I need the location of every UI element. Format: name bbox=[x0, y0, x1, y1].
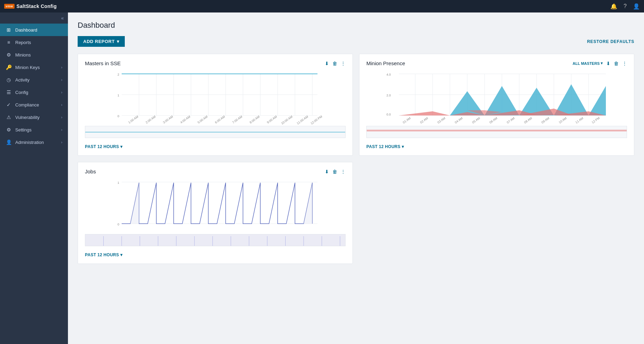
sidebar-label-vulnerability: Vulnerability bbox=[15, 115, 58, 120]
topbar-icons: 🔔 ? 👤 bbox=[610, 3, 640, 10]
chevron-right-icon: › bbox=[61, 65, 62, 69]
sidebar-label-minion-keys: Minion Keys bbox=[15, 65, 58, 70]
delete-icon-2[interactable]: 🗑 bbox=[614, 61, 619, 66]
masters-card-title: Masters in SSE bbox=[85, 60, 321, 66]
svg-text:03 AM: 03 AM bbox=[437, 117, 446, 124]
svg-text:01 AM: 01 AM bbox=[402, 117, 411, 124]
delete-icon-3[interactable]: 🗑 bbox=[332, 169, 337, 174]
sidebar-label-settings: Settings bbox=[15, 127, 58, 132]
jobs-time-filter[interactable]: PAST 12 HOURS ▾ bbox=[85, 252, 346, 257]
minion-presence-mini-chart bbox=[366, 126, 627, 138]
svg-text:2.0: 2.0 bbox=[386, 94, 391, 97]
svg-text:3:00 AM: 3:00 AM bbox=[162, 115, 174, 124]
sidebar-item-vulnerability[interactable]: ⚠ Vulnerability › bbox=[0, 111, 68, 123]
minion-filter-chevron-icon: ▾ bbox=[402, 144, 404, 149]
dashboard-icon: ⊞ bbox=[6, 27, 12, 33]
sidebar-item-reports[interactable]: ≡ Reports bbox=[0, 36, 68, 49]
jobs-card-title: Jobs bbox=[85, 169, 321, 174]
compliance-icon: ✓ bbox=[6, 102, 12, 108]
masters-mini-chart bbox=[85, 126, 346, 138]
svg-text:2:00 AM: 2:00 AM bbox=[145, 115, 156, 124]
user-icon[interactable]: 👤 bbox=[633, 3, 640, 10]
sidebar-label-compliance: Compliance bbox=[15, 102, 58, 108]
more-icon-2[interactable]: ⋮ bbox=[622, 61, 627, 66]
svg-text:8:00 AM: 8:00 AM bbox=[249, 115, 260, 124]
svg-text:0: 0 bbox=[118, 114, 119, 118]
jobs-filter-chevron-icon: ▾ bbox=[120, 252, 122, 257]
page-title: Dashboard bbox=[78, 21, 634, 30]
masters-time-filter[interactable]: PAST 12 HOURS ▾ bbox=[85, 144, 346, 149]
masters-card: Masters in SSE ⬇ 🗑 ⋮ 2 1 0 bbox=[78, 54, 353, 156]
svg-text:07 AM: 07 AM bbox=[506, 117, 515, 124]
jobs-chart: 1 0 bbox=[85, 179, 346, 231]
minion-time-filter[interactable]: PAST 12 HOURS ▾ bbox=[366, 144, 627, 149]
jobs-card-header: Jobs ⬇ 🗑 ⋮ bbox=[85, 169, 346, 174]
sidebar-item-config[interactable]: ☰ Config › bbox=[0, 86, 68, 98]
masters-card-actions: ⬇ 🗑 ⋮ bbox=[325, 61, 346, 66]
masters-card-header: Masters in SSE ⬇ 🗑 ⋮ bbox=[85, 60, 346, 66]
sidebar-item-settings[interactable]: ⚙ Settings › bbox=[0, 123, 68, 136]
chevron-right-icon-2: › bbox=[61, 78, 62, 82]
jobs-card-actions: ⬇ 🗑 ⋮ bbox=[325, 169, 346, 174]
sidebar-item-compliance[interactable]: ✓ Compliance › bbox=[0, 98, 68, 111]
svg-text:02 AM: 02 AM bbox=[419, 117, 429, 124]
help-icon[interactable]: ? bbox=[624, 3, 627, 9]
jobs-mini-chart bbox=[85, 234, 346, 246]
svg-text:9:00 AM: 9:00 AM bbox=[266, 115, 278, 124]
topbar: vmw SaltStack Config 🔔 ? 👤 bbox=[0, 0, 644, 12]
delete-icon[interactable]: 🗑 bbox=[332, 61, 337, 66]
sidebar-item-administration[interactable]: 👤 Administration › bbox=[0, 136, 68, 148]
svg-text:12:00 PM: 12:00 PM bbox=[310, 115, 323, 125]
add-report-label: ADD REPORT bbox=[83, 39, 115, 44]
sidebar-item-dashboard[interactable]: ⊞ Dashboard bbox=[0, 24, 68, 36]
svg-text:4.0: 4.0 bbox=[386, 73, 391, 76]
svg-text:05 AM: 05 AM bbox=[471, 117, 481, 124]
filter-chevron-icon: ▾ bbox=[601, 61, 603, 66]
sidebar-label-activity: Activity bbox=[15, 77, 58, 83]
sidebar-item-minions[interactable]: ⚙ Minions bbox=[0, 49, 68, 61]
vulnerability-icon: ⚠ bbox=[6, 114, 12, 120]
svg-marker-96 bbox=[156, 183, 174, 224]
sidebar-item-activity[interactable]: ◷ Activity › bbox=[0, 74, 68, 86]
svg-text:1: 1 bbox=[118, 94, 119, 97]
svg-text:1: 1 bbox=[118, 181, 119, 184]
toolbar: ADD REPORT ▾ RESTORE DEFAULTS bbox=[78, 36, 634, 47]
minion-presence-card-actions: ⬇ 🗑 ⋮ bbox=[606, 61, 627, 66]
restore-defaults-button[interactable]: RESTORE DEFAULTS bbox=[587, 39, 634, 44]
svg-text:5:00 AM: 5:00 AM bbox=[197, 115, 208, 124]
svg-text:0: 0 bbox=[118, 223, 119, 226]
settings-icon: ⚙ bbox=[6, 127, 12, 132]
minion-presence-card: Minion Presence ALL MASTERS ▾ ⬇ 🗑 ⋮ 4.0 bbox=[359, 54, 634, 156]
add-report-button[interactable]: ADD REPORT ▾ bbox=[78, 36, 125, 47]
time-filter-chevron: ▾ bbox=[120, 144, 122, 149]
svg-text:4:00 AM: 4:00 AM bbox=[180, 115, 191, 124]
vmw-logo: vmw bbox=[4, 4, 15, 9]
main-layout: « ⊞ Dashboard ≡ Reports ⚙ Minions 🔑 Mini… bbox=[0, 12, 644, 344]
reports-icon: ≡ bbox=[6, 40, 12, 45]
minions-icon: ⚙ bbox=[6, 52, 12, 58]
more-icon-3[interactable]: ⋮ bbox=[341, 169, 346, 174]
more-icon[interactable]: ⋮ bbox=[341, 61, 346, 66]
svg-text:11 AM: 11 AM bbox=[575, 117, 584, 124]
minion-presence-chart: 4.0 2.0 0.0 bbox=[366, 70, 627, 122]
dashboard-grid: Masters in SSE ⬇ 🗑 ⋮ 2 1 0 bbox=[78, 54, 634, 264]
sidebar-collapse-button[interactable]: « bbox=[0, 12, 68, 24]
svg-text:10 AM: 10 AM bbox=[558, 117, 567, 124]
svg-text:09 AM: 09 AM bbox=[541, 117, 550, 124]
minion-keys-icon: 🔑 bbox=[6, 64, 12, 70]
download-icon-3[interactable]: ⬇ bbox=[325, 169, 329, 174]
svg-marker-53 bbox=[399, 111, 450, 115]
notifications-icon[interactable]: 🔔 bbox=[610, 3, 617, 10]
svg-rect-98 bbox=[85, 234, 345, 246]
jobs-card: Jobs ⬇ 🗑 ⋮ 1 0 bbox=[78, 162, 353, 264]
all-masters-filter[interactable]: ALL MASTERS ▾ bbox=[573, 61, 603, 66]
sidebar-item-minion-keys[interactable]: 🔑 Minion Keys › bbox=[0, 61, 68, 74]
dropdown-arrow-icon: ▾ bbox=[117, 39, 120, 44]
svg-text:12 PM: 12 PM bbox=[591, 116, 600, 124]
svg-text:10:00 AM: 10:00 AM bbox=[280, 115, 293, 125]
svg-text:7:00 AM: 7:00 AM bbox=[232, 115, 243, 124]
sidebar-label-minions: Minions bbox=[15, 52, 62, 58]
svg-text:11:00 AM: 11:00 AM bbox=[296, 115, 309, 125]
download-icon-2[interactable]: ⬇ bbox=[606, 61, 610, 66]
download-icon[interactable]: ⬇ bbox=[325, 61, 329, 66]
